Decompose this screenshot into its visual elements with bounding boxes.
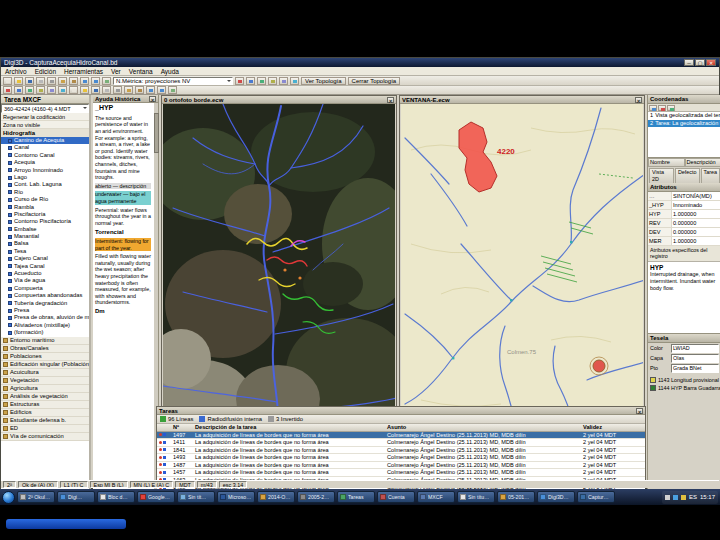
refresh-icon[interactable]	[667, 105, 675, 111]
layer-tree-item[interactable]: Compuerta	[1, 285, 89, 292]
task-row[interactable]: 1841 La adquisición de líneas de bordes …	[157, 447, 645, 455]
layer-tree-item[interactable]: Tesa	[1, 248, 89, 255]
add-point-icon[interactable]	[649, 105, 657, 111]
close-icon[interactable]: ✕	[149, 96, 156, 102]
tesela-field-value[interactable]: Grada BNet	[671, 364, 719, 373]
new-icon[interactable]	[69, 86, 78, 94]
layer-tree-item[interactable]: Aliviaderos (mixtillaje)	[1, 322, 89, 329]
save-icon[interactable]	[25, 77, 34, 85]
close-icon[interactable]: ✕	[635, 97, 642, 103]
layer-tree-item[interactable]: Tubería degradación	[1, 300, 89, 307]
layers-icon[interactable]	[3, 86, 12, 94]
menu-item[interactable]: Herramientas	[64, 67, 103, 75]
vector-map-canvas[interactable]: 4220 Colmen.75	[401, 104, 643, 457]
maximize-icon[interactable]: ▢	[695, 59, 705, 66]
measure-icon[interactable]	[47, 86, 56, 94]
coordinate-row[interactable]: 2 Tarea: La geolocalización b	[648, 120, 720, 128]
category-item[interactable]: Obras/Canales	[1, 345, 89, 353]
category-item[interactable]: Edificación singular (Población) y m.	[1, 361, 89, 369]
category-item[interactable]: Estudiante defensa b.	[1, 417, 89, 425]
new-icon[interactable]	[3, 77, 12, 85]
layer-tree-item[interactable]: Vía de agua	[1, 277, 89, 284]
language-indicator[interactable]: ES	[689, 494, 697, 500]
save-icon[interactable]	[91, 86, 100, 94]
layer-tree-item[interactable]: Compuertas abandonadas	[1, 292, 89, 299]
task-row[interactable]: 1487 La adquisición de líneas de bordes …	[157, 462, 645, 470]
taskbar-button[interactable]: Digi…	[57, 491, 95, 503]
network-icon[interactable]	[673, 495, 678, 500]
print-icon[interactable]	[102, 86, 111, 94]
layers-icon[interactable]	[235, 77, 244, 85]
tesela-field-value[interactable]: Olas	[671, 354, 719, 363]
ver-topologia-button[interactable]: Ver Topología	[301, 77, 346, 85]
taskbar-button[interactable]: 2014-O…	[257, 491, 295, 503]
open-icon[interactable]	[80, 86, 89, 94]
copy-icon[interactable]	[124, 86, 133, 94]
menu-item[interactable]: Ayuda	[161, 67, 179, 75]
layer-tree-item[interactable]: Embalse	[1, 226, 89, 233]
category-item[interactable]: Vía de comunicación	[1, 433, 89, 441]
taskbar-button[interactable]: Digi3D…	[537, 491, 575, 503]
menu-item[interactable]: Archivo	[5, 67, 27, 75]
layer-tree-item[interactable]: Camino de Acequia	[1, 137, 89, 144]
taskbar-button[interactable]: 2005-2…	[297, 491, 335, 503]
menu-item[interactable]: Ventana	[129, 67, 153, 75]
layer-tree-item[interactable]: Piscifactoría	[1, 211, 89, 218]
taskbar-button[interactable]: Bloc d…	[97, 491, 135, 503]
undo-icon[interactable]	[146, 86, 155, 94]
tasks-header-row[interactable]: Nº Descripción de la tarea Asunto Valide…	[157, 424, 645, 432]
view-tab[interactable]: Defecto	[675, 168, 700, 183]
layer-tree-item[interactable]: (formación)	[1, 329, 89, 336]
layer-tree-item[interactable]: Curso de Río	[1, 196, 89, 203]
coordinates-list[interactable]: 1 Vista geolocalizada del terreno 2 Tare…	[648, 112, 720, 158]
view-tab[interactable]: Vista 2D	[649, 168, 674, 183]
close-icon[interactable]: ✕	[387, 97, 394, 103]
info-icon[interactable]	[290, 77, 299, 85]
view-tab[interactable]: Tarea	[701, 168, 720, 183]
category-item[interactable]: Acuicultura	[1, 369, 89, 377]
category-item[interactable]: Entorno marítimo	[1, 337, 89, 345]
menu-item[interactable]: Ver	[111, 67, 121, 75]
panel-action[interactable]: Zona no visible	[1, 121, 89, 129]
grid-icon[interactable]	[246, 77, 255, 85]
col-nombre[interactable]: Nombre	[648, 158, 685, 167]
paste-icon[interactable]	[69, 77, 78, 85]
task-row[interactable]: 1411 La adquisición de líneas de bordes …	[157, 439, 645, 447]
tasks-filter-lineas[interactable]: 96 Líneas	[160, 416, 193, 422]
clock[interactable]: 15:17	[700, 494, 715, 500]
open-icon[interactable]	[14, 77, 23, 85]
layer-tree-item[interactable]: Balsa	[1, 240, 89, 247]
taskbar-button[interactable]: Captur…	[577, 491, 615, 503]
attribute-row[interactable]: MER 1.000000	[648, 237, 720, 246]
layer-tree-item[interactable]: Acueducto	[1, 270, 89, 277]
measure-icon[interactable]	[279, 77, 288, 85]
task-row[interactable]: 1457 La adquisición de líneas de bordes …	[157, 469, 645, 477]
category-item[interactable]: Poblaciones	[1, 353, 89, 361]
category-item[interactable]: Análisis de vegetación	[1, 393, 89, 401]
layer-tree-item[interactable]: Cajero Canal	[1, 255, 89, 262]
task-row[interactable]: 1493 La adquisición de líneas de bordes …	[157, 454, 645, 462]
print-icon[interactable]	[36, 77, 45, 85]
zoom-icon[interactable]	[102, 77, 111, 85]
close-icon[interactable]: ✕	[636, 408, 643, 414]
layer-tree-item[interactable]: Lago	[1, 174, 89, 181]
projection-combo[interactable]: N.Métrica: proyecciones NV	[113, 77, 233, 85]
taskbar-button[interactable]: Google…	[137, 491, 175, 503]
layer-tree-item[interactable]: Manantial	[1, 233, 89, 240]
snap-icon[interactable]	[257, 77, 266, 85]
redo-icon[interactable]	[91, 77, 100, 85]
volume-icon[interactable]	[681, 495, 686, 500]
cut-icon[interactable]	[113, 86, 122, 94]
ortho-icon[interactable]	[268, 77, 277, 85]
copy-icon[interactable]	[58, 77, 67, 85]
grid-icon[interactable]	[14, 86, 23, 94]
close-icon[interactable]: ✕	[706, 59, 716, 66]
start-button[interactable]	[2, 491, 15, 504]
taskbar-button[interactable]: Sin títu…	[457, 491, 495, 503]
category-item[interactable]: ED	[1, 425, 89, 433]
tray-icon[interactable]	[665, 495, 670, 500]
category-item[interactable]: Vegetación	[1, 377, 89, 385]
category-item[interactable]: Edificios	[1, 409, 89, 417]
attribute-row[interactable]: _HYP Innominado	[648, 201, 720, 210]
layer-tree-item[interactable]: Acequia	[1, 159, 89, 166]
